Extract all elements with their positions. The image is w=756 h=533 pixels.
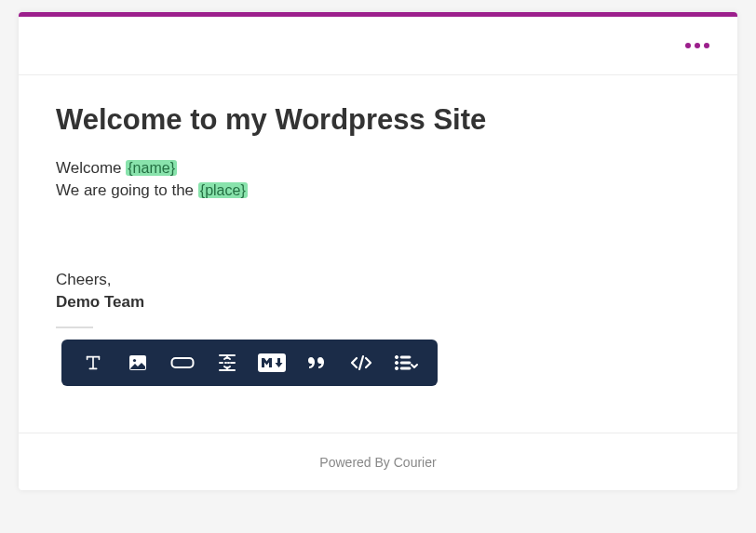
powered-by-text: Powered By Courier bbox=[319, 455, 436, 470]
card-footer: Powered By Courier bbox=[19, 433, 737, 490]
svg-point-5 bbox=[395, 361, 398, 364]
email-signature[interactable]: Cheers, Demo Team bbox=[56, 269, 700, 313]
svg-point-1 bbox=[133, 359, 136, 362]
image-block-button[interactable] bbox=[115, 347, 160, 379]
svg-point-6 bbox=[395, 366, 398, 369]
more-dots-icon bbox=[695, 43, 700, 48]
list-icon bbox=[393, 352, 419, 374]
quote-block-button[interactable] bbox=[294, 347, 339, 379]
markdown-block-button[interactable] bbox=[250, 347, 294, 379]
svg-rect-8 bbox=[400, 362, 411, 364]
body-line-1[interactable]: Welcome {name} bbox=[56, 157, 700, 180]
more-options-button[interactable] bbox=[685, 43, 709, 48]
block-toolbar bbox=[61, 340, 438, 386]
signature-closing: Cheers, bbox=[56, 269, 700, 291]
editor-card: Welcome to my Wordpress Site Welcome {na… bbox=[19, 12, 737, 490]
email-title[interactable]: Welcome to my Wordpress Site bbox=[56, 103, 700, 137]
svg-rect-9 bbox=[400, 367, 411, 369]
card-body: Welcome to my Wordpress Site Welcome {na… bbox=[19, 75, 737, 410]
more-dots-icon bbox=[704, 43, 709, 48]
signature-team: Demo Team bbox=[56, 293, 144, 311]
body-text: We are going to the bbox=[56, 181, 198, 199]
body-line-2[interactable]: We are going to the {place} bbox=[56, 180, 700, 202]
more-dots-icon bbox=[685, 43, 691, 48]
svg-rect-7 bbox=[400, 356, 411, 358]
merge-variable-place[interactable]: {place} bbox=[198, 182, 248, 198]
button-block-button[interactable] bbox=[160, 347, 205, 379]
svg-rect-2 bbox=[172, 358, 194, 367]
image-icon bbox=[127, 352, 149, 374]
text-icon bbox=[83, 353, 103, 373]
code-icon bbox=[349, 352, 373, 374]
markdown-icon bbox=[258, 353, 286, 372]
body-text: Welcome bbox=[56, 159, 126, 177]
list-block-button[interactable] bbox=[384, 347, 428, 379]
merge-variable-name[interactable]: {name} bbox=[126, 160, 177, 176]
signature-divider bbox=[56, 326, 93, 328]
button-icon bbox=[170, 356, 195, 369]
divider-icon bbox=[216, 352, 238, 374]
quote-icon bbox=[305, 352, 328, 374]
divider-block-button[interactable] bbox=[205, 347, 250, 379]
svg-point-4 bbox=[395, 355, 398, 358]
card-header bbox=[19, 17, 737, 75]
text-block-button[interactable] bbox=[71, 347, 115, 379]
code-block-button[interactable] bbox=[339, 347, 384, 379]
